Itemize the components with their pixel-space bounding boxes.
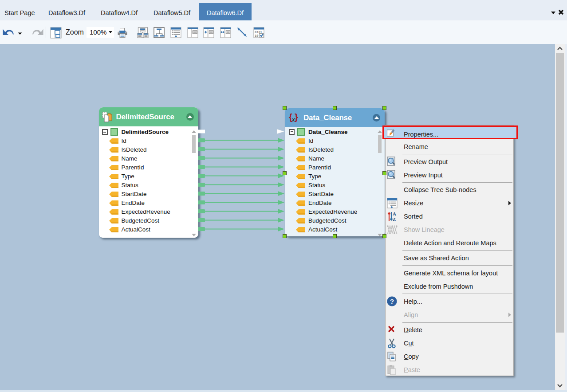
svg-text:Z: Z [393,216,396,222]
svg-text:10: 10 [255,34,258,38]
svg-text:A: A [393,211,396,216]
svg-text:?: ? [390,298,394,305]
